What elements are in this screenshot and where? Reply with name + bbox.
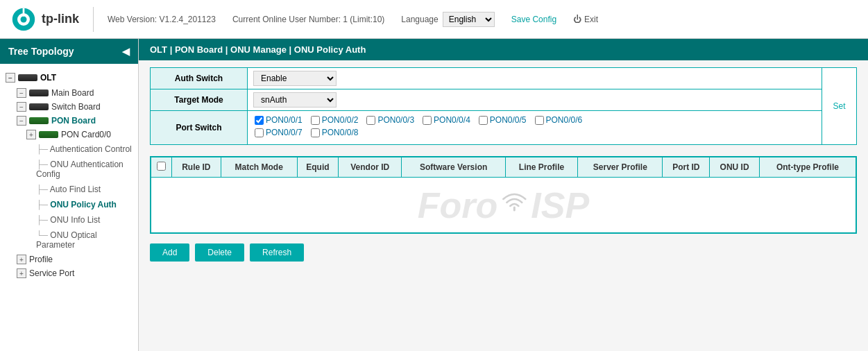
- tree-line4: ├─: [36, 200, 50, 209]
- col-onu-id: ONU ID: [710, 157, 760, 178]
- minus-icon-pon: −: [17, 116, 26, 126]
- target-mode-value-cell: snAuth macAuth loidAuth: [248, 89, 822, 111]
- config-table: Auth Switch Enable Disable Set Target Mo…: [150, 67, 857, 145]
- menu-item-auth-control[interactable]: ├─ Authentication Control: [0, 142, 138, 157]
- main-layout: Tree Topology ◀ − OLT − Main Board: [0, 39, 868, 351]
- data-table-body: Foro ISP: [151, 178, 856, 233]
- sidebar-header: Tree Topology ◀: [0, 39, 138, 64]
- svg-point-2: [21, 16, 27, 22]
- sidebar-title: Tree Topology: [8, 46, 74, 57]
- refresh-button[interactable]: Refresh: [250, 243, 304, 262]
- menu-item-onu-auth-config[interactable]: ├─ ONU Authentication Config: [0, 157, 138, 182]
- watermark-text1: Foro: [418, 185, 498, 226]
- watermark-text2: ISP: [531, 185, 589, 226]
- menu-item-onu-info-list[interactable]: ├─ ONU Info List: [0, 212, 138, 228]
- save-config-button[interactable]: Save Config: [511, 15, 556, 24]
- port-pon001-checkbox[interactable]: [255, 116, 264, 125]
- col-vendor-id: Vendor ID: [339, 157, 402, 178]
- pon-board-label: PON Board: [51, 116, 96, 126]
- tree-line2: ├─: [36, 160, 50, 169]
- tp-link-logo-icon: [11, 7, 36, 32]
- online-users-label: Current Online User Number: 1 (Limit:10): [232, 15, 384, 24]
- port-pon006-checkbox[interactable]: [535, 116, 544, 125]
- data-table: Rule ID Match Mode Equid Vendor ID Softw…: [151, 157, 856, 233]
- tree-item-pon-card[interactable]: + PON Card0/0: [21, 128, 138, 142]
- service-port-label: Service Port: [29, 268, 74, 278]
- profile-label: Profile: [29, 255, 53, 264]
- col-software-version: Software Version: [402, 157, 505, 178]
- port-row-1: PON0/0/1 PON0/0/2 PON0/0/3 PON0/0/4 PON0…: [255, 115, 815, 125]
- plus-icon-service: +: [17, 268, 26, 278]
- tree-item-service-port[interactable]: + Service Port: [11, 266, 138, 280]
- col-line-profile: Line Profile: [505, 157, 577, 178]
- port-pon005-checkbox[interactable]: [479, 116, 488, 125]
- port-pon004-checkbox[interactable]: [423, 116, 432, 125]
- power-icon: ⏻: [573, 15, 581, 24]
- delete-button[interactable]: Delete: [195, 243, 244, 262]
- header-info: Web Version: V1.2.4_201123 Current Onlin…: [108, 12, 857, 27]
- language-selector[interactable]: Language English Chinese: [401, 12, 494, 27]
- pon-board-icon: [29, 117, 49, 124]
- port-pon008-label[interactable]: PON0/0/8: [311, 128, 359, 137]
- tree-line5: ├─: [36, 215, 50, 225]
- tree-item-switch-board[interactable]: − Switch Board: [11, 100, 138, 114]
- auth-switch-value-cell: Enable Disable: [248, 68, 822, 89]
- port-pon005-label[interactable]: PON0/0/5: [479, 115, 527, 125]
- exit-label: Exit: [584, 15, 598, 24]
- language-label: Language: [401, 15, 438, 24]
- tree-area: − OLT − Main Board − Switch Board: [0, 64, 138, 286]
- menu-item-auto-find[interactable]: ├─ Auto Find List: [0, 182, 138, 197]
- port-pon003-checkbox[interactable]: [366, 116, 375, 125]
- port-pon004-label[interactable]: PON0/0/4: [423, 115, 470, 125]
- col-server-profile: Server Profile: [578, 157, 663, 178]
- target-mode-select[interactable]: snAuth macAuth loidAuth: [253, 92, 337, 108]
- set-button[interactable]: Set: [822, 68, 857, 145]
- olt-label: OLT: [40, 73, 56, 83]
- minus-icon: −: [6, 73, 15, 83]
- tree-line: ├─: [36, 144, 50, 154]
- tree-line3: ├─: [36, 185, 50, 194]
- plus-icon-profile: +: [17, 255, 26, 264]
- port-pon003-label[interactable]: PON0/0/3: [366, 115, 414, 125]
- tree-item-profile[interactable]: + Profile: [11, 252, 138, 266]
- main-board-icon: [29, 89, 49, 96]
- button-row: Add Delete Refresh: [139, 238, 868, 267]
- tree-item-main-board[interactable]: − Main Board: [11, 86, 138, 100]
- menu-item-onu-policy-auth[interactable]: ├─ ONU Policy Auth: [0, 197, 138, 212]
- col-ont-type-profile: Ont-type Profile: [759, 157, 856, 178]
- collapse-icon[interactable]: ◀: [122, 46, 130, 57]
- minus-icon-switch: −: [17, 102, 26, 112]
- language-select[interactable]: English Chinese: [443, 12, 495, 27]
- content-area: OLT | PON Board | ONU Manage | ONU Polic…: [139, 39, 868, 351]
- col-match-mode: Match Mode: [221, 157, 297, 178]
- breadcrumb: OLT | PON Board | ONU Manage | ONU Polic…: [139, 39, 868, 60]
- select-all-checkbox[interactable]: [157, 162, 166, 171]
- auth-switch-label: Auth Switch: [151, 68, 248, 89]
- tree-item-olt[interactable]: − OLT: [0, 69, 138, 86]
- port-switch-label: Port Switch: [151, 111, 248, 145]
- add-button[interactable]: Add: [150, 243, 189, 262]
- header: tp-link Web Version: V1.2.4_201123 Curre…: [0, 0, 868, 39]
- auth-switch-select[interactable]: Enable Disable: [253, 71, 337, 86]
- exit-button[interactable]: ⏻ Exit: [573, 15, 598, 24]
- port-pon008-checkbox[interactable]: [311, 128, 320, 137]
- tree-item-pon-board[interactable]: − PON Board: [11, 114, 138, 128]
- port-pon007-label[interactable]: PON0/0/7: [255, 128, 303, 137]
- switch-board-label: Switch Board: [51, 102, 101, 112]
- port-pon002-checkbox[interactable]: [311, 116, 320, 125]
- port-pon007-checkbox[interactable]: [255, 128, 264, 137]
- col-port-id: Port ID: [663, 157, 710, 178]
- minus-icon-main: −: [17, 88, 26, 98]
- olt-device-icon: [18, 74, 37, 81]
- pon-card-icon: [39, 131, 58, 138]
- logo-area: tp-link: [11, 7, 94, 32]
- target-mode-label: Target Mode: [151, 89, 248, 111]
- col-checkbox: [151, 157, 172, 178]
- menu-item-onu-optical[interactable]: └─ ONU Optical Parameter: [0, 228, 138, 252]
- tree-line6: └─: [36, 230, 50, 240]
- data-table-container: Rule ID Match Mode Equid Vendor ID Softw…: [150, 156, 857, 234]
- port-pon002-label[interactable]: PON0/0/2: [311, 115, 359, 125]
- port-pon001-label[interactable]: PON0/0/1: [255, 115, 303, 125]
- sidebar: Tree Topology ◀ − OLT − Main Board: [0, 39, 139, 351]
- port-pon006-label[interactable]: PON0/0/6: [535, 115, 583, 125]
